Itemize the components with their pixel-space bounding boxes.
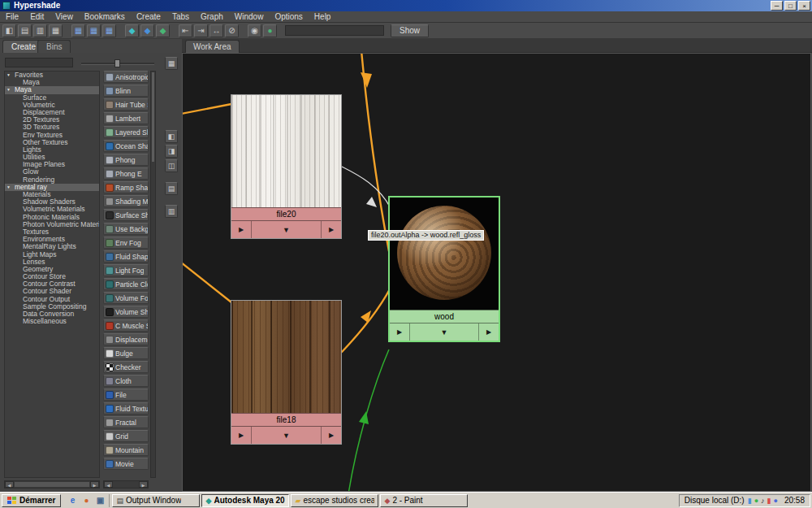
- shader-node-button[interactable]: Shading Ma...: [103, 195, 149, 207]
- select-tool-icon[interactable]: ◧: [165, 130, 178, 143]
- shader-node-button[interactable]: Light Fog: [103, 264, 149, 276]
- scrollbar-thumb[interactable]: [152, 72, 154, 162]
- shader-horizontal-scrollbar[interactable]: ◀ ▶: [103, 480, 149, 488]
- create-utility-icon[interactable]: ◆: [156, 24, 170, 37]
- graph-up-and-downstream-icon[interactable]: ↔: [209, 24, 223, 37]
- node-expand-down-icon[interactable]: ▼: [251, 221, 322, 238]
- shader-node-button[interactable]: Fluid Shape: [103, 250, 149, 263]
- node-expand-right-icon[interactable]: ▶: [479, 323, 499, 341]
- expand-arrow-icon[interactable]: ▼: [6, 86, 11, 93]
- node-expand-down-icon[interactable]: ▼: [409, 323, 479, 341]
- toolbar-text-field[interactable]: [285, 25, 384, 36]
- taskbar-task-button[interactable]: ◆ 2 - Paint: [380, 494, 468, 507]
- large-swatches-icon[interactable]: ▦: [102, 24, 116, 37]
- scroll-left-button[interactable]: ◀: [104, 481, 113, 488]
- taskbar-task-button[interactable]: ▤ Output Window: [112, 494, 200, 507]
- frame-all-icon[interactable]: ▤: [165, 182, 178, 195]
- shader-node-button[interactable]: Use Backgr...: [103, 223, 149, 235]
- node-expand-down-icon[interactable]: ▼: [251, 427, 322, 444]
- shader-node-button[interactable]: Surface Sh...: [103, 209, 149, 221]
- taskbar-task-button[interactable]: ◆ Autodesk Maya 2012:...: [201, 494, 289, 507]
- create-texture-icon[interactable]: ◆: [140, 24, 154, 37]
- node-wood-title[interactable]: wood: [390, 310, 499, 323]
- close-button[interactable]: ×: [798, 1, 810, 11]
- shader-node-button[interactable]: Displaceme...: [103, 333, 149, 345]
- shader-node-button[interactable]: Grid: [103, 430, 149, 442]
- shader-node-button[interactable]: Fluid Textu...: [103, 402, 149, 415]
- menu-item[interactable]: Tabs: [166, 11, 195, 23]
- node-file18[interactable]: file18 ▶ ▼ ▶: [231, 300, 342, 445]
- create-material-icon[interactable]: ◆: [125, 24, 139, 37]
- shader-node-button[interactable]: Volume Fog: [103, 292, 149, 304]
- node-expand-right-icon[interactable]: ▶: [322, 427, 341, 444]
- medium-swatches-icon[interactable]: ▦: [87, 24, 101, 37]
- shader-node-button[interactable]: Fractal: [103, 416, 149, 428]
- shader-node-button[interactable]: Anisotropic: [103, 71, 149, 83]
- shader-node-button[interactable]: Phong: [103, 154, 149, 166]
- node-file20-title[interactable]: file20: [231, 207, 341, 220]
- node-wood-swatch[interactable]: [390, 198, 499, 310]
- menu-item[interactable]: Graph: [195, 11, 229, 23]
- swatch-filter-field[interactable]: [5, 58, 73, 67]
- shader-node-button[interactable]: Lambert: [103, 112, 149, 124]
- wire-left-to-file20[interactable]: [183, 104, 231, 114]
- tree-item[interactable]: ▼ Miscellaneous: [5, 318, 99, 325]
- frame-selection-icon[interactable]: ▥: [165, 205, 178, 218]
- scrollbar-track[interactable]: [14, 481, 90, 488]
- hypershade-window-icon[interactable]: [2, 2, 11, 10]
- minimize-button[interactable]: ─: [771, 1, 783, 11]
- layout-columns-icon[interactable]: ▥: [33, 24, 47, 37]
- small-swatches-icon[interactable]: ▦: [71, 24, 85, 37]
- scrollbar-track[interactable]: [113, 481, 139, 488]
- menu-item[interactable]: Window: [229, 11, 270, 23]
- titlebar[interactable]: Hypershade ─ □ ×: [0, 0, 812, 11]
- network-icon[interactable]: ●: [774, 495, 778, 506]
- scroll-right-button[interactable]: ▶: [90, 481, 99, 488]
- node-expand-left-icon[interactable]: ▶: [231, 221, 251, 238]
- menu-item[interactable]: Create: [131, 11, 166, 23]
- tree-horizontal-scrollbar[interactable]: ◀ ▶: [4, 480, 100, 488]
- shader-node-button[interactable]: Ocean Sha...: [103, 140, 149, 152]
- shader-node-button[interactable]: Mountain: [103, 444, 149, 456]
- expand-arrow-icon[interactable]: ▼: [6, 72, 11, 79]
- shader-node-button[interactable]: Movie: [103, 458, 149, 470]
- rearrange-graph-icon[interactable]: ◉: [248, 24, 261, 37]
- pan-tool-icon[interactable]: ◨: [165, 145, 178, 158]
- menu-item[interactable]: View: [50, 11, 79, 23]
- shader-node-button[interactable]: Env Fog: [103, 237, 149, 249]
- graph-downstream-icon[interactable]: ⇥: [194, 24, 208, 37]
- shader-node-button[interactable]: C Muscle S...: [103, 319, 149, 332]
- internet-explorer-icon[interactable]: e: [67, 495, 78, 506]
- updates-icon[interactable]: ▮: [767, 495, 771, 506]
- scroll-right-button[interactable]: ▶: [139, 481, 148, 488]
- toggle-create-bar-icon[interactable]: ▦: [165, 57, 178, 70]
- node-file18-title[interactable]: file18: [231, 413, 341, 426]
- node-wood[interactable]: wood ▶ ▼ ▶: [389, 197, 499, 341]
- shader-node-button[interactable]: Volume Sha...: [103, 306, 149, 318]
- work-area-canvas[interactable]: file20 ▶ ▼ ▶ wood ▶ ▼ ▶ file18 ▶ ▼: [182, 53, 811, 492]
- filter-swatches-icon[interactable]: ●: [263, 24, 277, 37]
- browser-icon[interactable]: ●: [80, 495, 92, 506]
- wire-bottom-to-wood[interactable]: [348, 350, 389, 491]
- shader-node-button[interactable]: Particle Clo...: [103, 278, 149, 290]
- clear-graph-icon[interactable]: ⊘: [225, 24, 239, 37]
- wire-left-to-file18[interactable]: [183, 263, 231, 302]
- open-window-icon[interactable]: ◧: [2, 24, 16, 37]
- tab-work-area[interactable]: Work Area: [185, 40, 240, 53]
- maximize-button[interactable]: □: [784, 1, 797, 11]
- shader-node-button[interactable]: Layered Sh...: [103, 126, 149, 138]
- menu-item[interactable]: File: [0, 11, 24, 23]
- menu-item[interactable]: Bookmarks: [79, 11, 131, 23]
- shader-node-button[interactable]: Blinn: [103, 85, 149, 97]
- shader-node-button[interactable]: Phong E: [103, 167, 149, 180]
- show-filter-button[interactable]: Show: [391, 24, 429, 37]
- slider-thumb[interactable]: [114, 59, 120, 67]
- node-expand-right-icon[interactable]: ▶: [322, 221, 341, 238]
- node-file20[interactable]: file20 ▶ ▼ ▶: [231, 94, 342, 239]
- layout-rows-icon[interactable]: ▤: [18, 24, 32, 37]
- scrollbar-thumb[interactable]: [15, 482, 89, 487]
- taskbar-task-button[interactable]: ▰ escape studios creating ...: [291, 494, 378, 507]
- node-file20-swatch[interactable]: [231, 95, 341, 207]
- shader-node-button[interactable]: Checker: [103, 361, 149, 373]
- shader-node-button[interactable]: Hair Tube S...: [103, 98, 149, 111]
